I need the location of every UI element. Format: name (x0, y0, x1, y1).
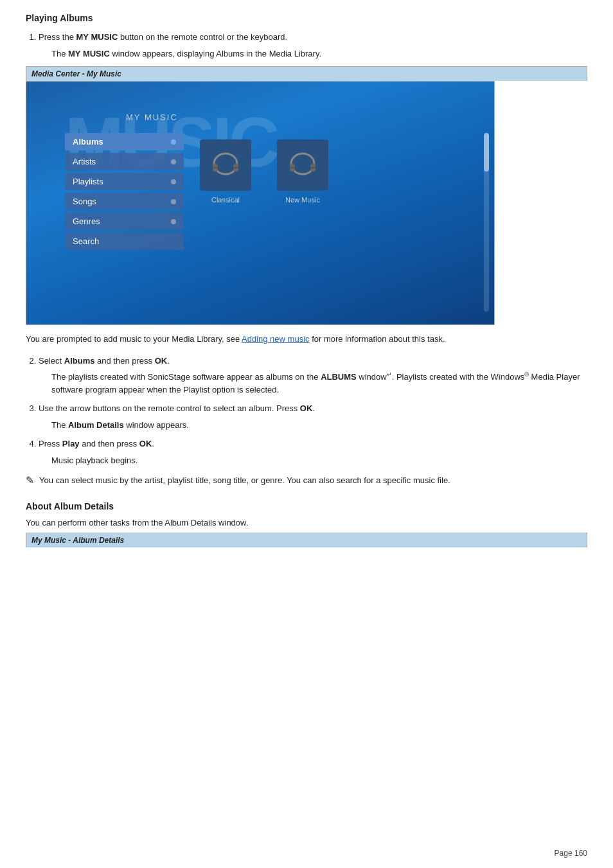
album-area: Classical New Music (200, 139, 328, 204)
album-new-music-cover (277, 139, 328, 191)
headphone-icon-classical (206, 146, 245, 184)
scroll-bar[interactable] (484, 133, 489, 312)
album-details-caption: My Music - Album Details (26, 533, 587, 547)
menu-item-artists[interactable]: Artists (65, 153, 184, 170)
genres-dot (171, 219, 176, 224)
svg-point-5 (291, 154, 314, 174)
note-icon: ✎ (26, 474, 34, 486)
album-classical-label: Classical (211, 196, 240, 204)
menu-item-playlists[interactable]: Playlists (65, 173, 184, 190)
scroll-thumb (484, 133, 489, 172)
step-2: Select Albums and then press OK. The pla… (39, 355, 587, 396)
headphone-icon-new-music (283, 146, 322, 184)
media-center-window: MUSIC MY MUSIC Albums Artists Playlists … (26, 81, 495, 325)
menu-item-artists-label: Artists (73, 157, 96, 166)
step-2-text: Select Albums and then press OK. (39, 355, 587, 368)
step-4: Press Play and then press OK. Music play… (39, 438, 587, 466)
step-1: Press the MY MUSIC button on the remote … (39, 31, 587, 60)
svg-point-0 (214, 154, 237, 174)
step-3: Use the arrow buttons on the remote cont… (39, 402, 587, 431)
album-new-music[interactable]: New Music (277, 139, 328, 204)
adding-new-music-link[interactable]: Adding new music (242, 334, 310, 344)
step-1-text: Press the MY MUSIC button on the remote … (39, 31, 587, 44)
menu-item-search-label: Search (73, 236, 99, 246)
playlists-dot (171, 179, 176, 184)
page-title: Playing Albums (26, 13, 587, 23)
menu-item-playlists-label: Playlists (73, 177, 103, 186)
about-album-details-text: You can perform other tasks from the Alb… (26, 517, 587, 529)
about-album-details-heading: About Album Details (26, 501, 587, 511)
menu-item-songs[interactable]: Songs (65, 193, 184, 210)
step-3-subtext: The Album Details window appears. (51, 419, 587, 432)
menu-item-genres[interactable]: Genres (65, 213, 184, 230)
album-classical-cover (200, 139, 251, 191)
menu-item-search[interactable]: Search (65, 233, 184, 250)
menu-item-albums[interactable]: Albums (65, 133, 184, 150)
step-3-text: Use the arrow buttons on the remote cont… (39, 402, 587, 415)
tip-text: You can select music by the artist, play… (39, 474, 450, 487)
menu-list: Albums Artists Playlists Songs Genres Se… (65, 133, 184, 250)
artists-dot (171, 159, 176, 164)
album-new-music-label: New Music (285, 196, 320, 204)
step-2-subtext: The playlists created with SonicStage so… (51, 371, 587, 396)
menu-item-genres-label: Genres (73, 217, 100, 226)
step-4-text: Press Play and then press OK. (39, 438, 587, 450)
note-text: You are prompted to add music to your Me… (26, 333, 587, 346)
menu-item-albums-label: Albums (73, 137, 103, 146)
menu-item-songs-label: Songs (73, 197, 96, 206)
step-1-subtext: The MY MUSIC window appears, displaying … (51, 48, 587, 60)
page-number: Page 160 (555, 849, 587, 858)
step-4-subtext: Music playback begins. (51, 454, 587, 467)
songs-dot (171, 199, 176, 204)
tip-block: ✎ You can select music by the artist, pl… (26, 474, 587, 491)
my-music-label: MY MUSIC (126, 112, 178, 122)
media-center-caption: Media Center - My Music (26, 66, 587, 81)
albums-dot (171, 139, 176, 145)
album-classical[interactable]: Classical (200, 139, 251, 204)
